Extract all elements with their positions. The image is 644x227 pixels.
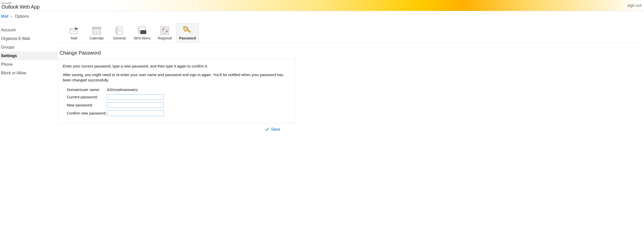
content-area: Mail Calendar <box>58 21 644 132</box>
svg-point-25 <box>166 31 168 32</box>
tab-general[interactable]: General <box>108 23 131 43</box>
sidebar-item-organize-email[interactable]: Organize E-Mail <box>0 34 58 43</box>
intro-text-2: After saving, you might need to re-enter… <box>63 72 290 83</box>
change-password-panel: Enter your current password, type a new … <box>58 59 295 124</box>
confirm-password-input[interactable] <box>107 110 164 116</box>
regional-icon <box>155 25 175 36</box>
domain-label: Domain\user name: <box>63 87 107 92</box>
general-icon <box>109 25 129 36</box>
tab-label: Sent Items <box>132 36 152 40</box>
tab-regional[interactable]: Regional <box>153 23 176 43</box>
app-logo: Microsoft® Outlook Web App <box>2 2 40 9</box>
calendar-icon <box>87 25 107 36</box>
intro-text-1: Enter your current password, type a new … <box>63 64 290 69</box>
tab-label: Mail <box>64 36 84 40</box>
tab-label: Calendar <box>87 36 107 40</box>
breadcrumb-current: Options <box>15 14 29 19</box>
tab-label: Password <box>177 36 198 40</box>
tab-password[interactable]: Password <box>176 23 199 43</box>
chevron-right-icon: ▸ <box>11 15 12 18</box>
tab-label: General <box>109 36 129 40</box>
app-header: Microsoft® Outlook Web App sign out <box>0 0 644 11</box>
sidebar-item-block-allow[interactable]: Block or Allow <box>0 69 58 77</box>
domain-value: AS\mzelmanowicz <box>107 87 138 92</box>
sentitems-icon <box>132 25 152 36</box>
panel-title: Change Password <box>58 43 641 59</box>
current-password-label: Current password: <box>63 95 107 99</box>
tab-label: Regional <box>155 36 175 40</box>
breadcrumb-root[interactable]: Mail <box>1 14 8 19</box>
svg-point-11 <box>116 30 117 31</box>
form-row-new: New password: <box>63 101 290 109</box>
signout-link[interactable]: sign out <box>627 3 641 8</box>
mail-icon <box>64 25 84 36</box>
brand-title: Outlook Web App <box>2 4 40 9</box>
form-row-confirm: Confirm new password: <box>63 109 290 117</box>
check-icon <box>265 127 270 132</box>
current-password-input[interactable] <box>107 94 164 100</box>
form-row-current: Current password: <box>63 93 290 101</box>
tab-mail[interactable]: Mail <box>63 23 85 43</box>
confirm-password-label: Confirm new password: <box>63 111 107 115</box>
tab-sent-items[interactable]: Sent Items <box>131 23 153 43</box>
sidebar: Account Organize E-Mail Groups Settings … <box>0 21 58 77</box>
tab-calendar[interactable]: Calendar <box>85 23 108 43</box>
breadcrumb: Mail ▸ Options <box>0 11 644 21</box>
save-row: Save <box>58 124 295 132</box>
save-button[interactable]: Save <box>271 127 280 132</box>
password-icon <box>177 25 198 36</box>
tabstrip: Mail Calendar <box>58 21 641 43</box>
new-password-input[interactable] <box>107 102 164 108</box>
sidebar-item-phone[interactable]: Phone <box>0 60 58 69</box>
svg-rect-2 <box>93 27 101 29</box>
sidebar-item-account[interactable]: Account <box>0 26 58 34</box>
svg-point-10 <box>116 29 117 29</box>
form-row-domain: Domain\user name: AS\mzelmanowicz <box>63 86 290 93</box>
sidebar-item-groups[interactable]: Groups <box>0 43 58 52</box>
svg-point-24 <box>163 29 164 30</box>
sidebar-item-settings[interactable]: Settings <box>0 52 58 60</box>
new-password-label: New password: <box>63 103 107 107</box>
svg-point-12 <box>116 32 117 32</box>
